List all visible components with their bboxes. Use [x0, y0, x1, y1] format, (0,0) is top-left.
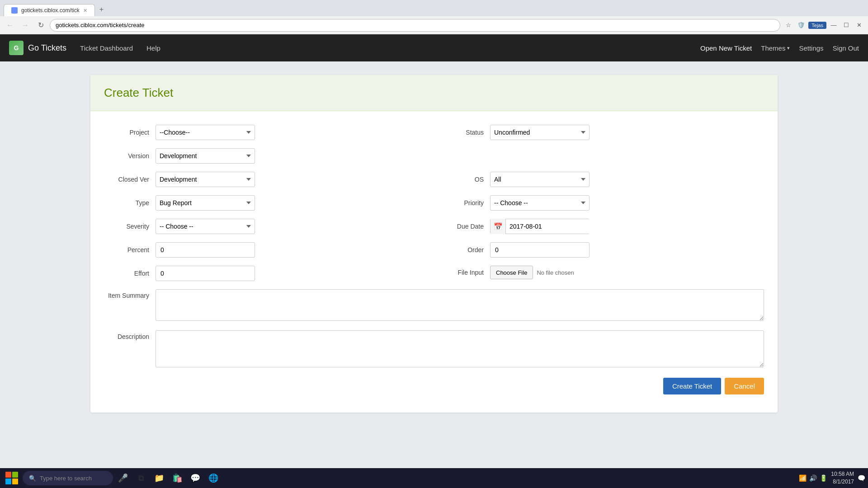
status-select[interactable]: Unconfirmed Confirmed Resolved Closed [490, 125, 590, 140]
taskbar-clock: 10:58 AM 8/1/2017 [831, 470, 854, 472]
store-icon[interactable]: 🛍️ [169, 470, 185, 472]
choose-file-button[interactable]: Choose File [490, 266, 533, 279]
project-field: Project --Choose-- [104, 125, 420, 140]
no-file-text: No file chosen [537, 269, 574, 276]
back-button[interactable]: ← [4, 19, 16, 32]
maximize-icon[interactable]: ☐ [841, 20, 852, 31]
address-bar[interactable] [50, 19, 780, 32]
order-label: Order [448, 246, 484, 253]
item-summary-textarea[interactable] [156, 289, 764, 321]
due-date-field: Due Date 📅 [448, 219, 764, 234]
form-actions: Create Ticket Cancel [104, 378, 764, 399]
description-label: Description [104, 330, 149, 340]
create-ticket-button[interactable]: Create Ticket [663, 378, 721, 394]
version-select[interactable]: Development 1.0 2.0 [156, 148, 255, 164]
cancel-button[interactable]: Cancel [725, 378, 764, 394]
nav-right: Open New Ticket Themes ▾ Settings Sign O… [700, 44, 859, 52]
order-field: Order [448, 242, 764, 258]
tab-bar: gotickets.ciblox.com/tick ✕ + [0, 0, 868, 16]
tab-close-btn[interactable]: ✕ [83, 8, 87, 14]
effort-input[interactable] [156, 266, 255, 281]
app-brand: G Go Tickets [9, 41, 66, 55]
refresh-button[interactable]: ↻ [34, 19, 47, 32]
taskbar-search-box[interactable]: 🔍 Type here to search [23, 471, 113, 472]
project-select[interactable]: --Choose-- [156, 125, 255, 140]
form-body: Project --Choose-- Status Unconfirmed Co… [90, 111, 778, 413]
form-row-version: Version Development 1.0 2.0 [104, 148, 764, 164]
closed-ver-field: Closed Ver Development 1.0 2.0 [104, 172, 420, 187]
percent-label: Percent [104, 246, 149, 253]
form-row-project-status: Project --Choose-- Status Unconfirmed Co… [104, 125, 764, 140]
severity-label: Severity [104, 223, 149, 230]
chrome-icon[interactable]: 🌐 [205, 470, 222, 472]
nav-themes[interactable]: Themes ▾ [761, 44, 790, 52]
priority-select[interactable]: -- Choose -- Low Medium High Critical [490, 195, 590, 211]
extensions-icon[interactable]: 🛡️ [796, 20, 807, 31]
order-input[interactable] [490, 242, 590, 258]
version-label: Version [104, 152, 149, 160]
microphone-icon[interactable]: 🎤 [115, 470, 131, 472]
percent-input[interactable] [156, 242, 255, 258]
nav-settings[interactable]: Settings [799, 44, 823, 52]
description-field: Description [104, 330, 764, 369]
calendar-icon: 📅 [491, 219, 506, 234]
description-textarea[interactable] [156, 330, 764, 367]
nav-help[interactable]: Help [146, 44, 160, 52]
tab-title: gotickets.ciblox.com/tick [21, 7, 80, 14]
date-field-wrapper: 📅 [490, 219, 590, 234]
form-row-percent-order: Percent Order [104, 242, 764, 258]
main-content: Create Ticket Project --Choose-- Status … [0, 61, 868, 472]
close-window-icon[interactable]: ✕ [854, 20, 864, 31]
nav-links: Ticket Dashboard Help [80, 44, 700, 52]
nav-open-new-ticket[interactable]: Open New Ticket [700, 44, 752, 52]
os-select[interactable]: All Windows Mac Linux [490, 172, 590, 187]
themes-dropdown-icon: ▾ [787, 45, 790, 51]
nav-sign-out[interactable]: Sign Out [833, 44, 859, 52]
priority-label: Priority [448, 199, 484, 206]
app-navbar: G Go Tickets Ticket Dashboard Help Open … [0, 34, 868, 61]
bookmark-icon[interactable]: ☆ [783, 20, 794, 31]
nav-ticket-dashboard[interactable]: Ticket Dashboard [80, 44, 133, 52]
type-field: Type Bug Report Feature Request Task [104, 195, 420, 211]
due-date-label: Due Date [448, 223, 484, 230]
browser-controls: ← → ↻ ☆ 🛡️ Tejas — ☐ ✕ [0, 16, 868, 34]
task-view-icon[interactable]: ⧉ [133, 470, 149, 472]
due-date-input[interactable] [506, 219, 592, 234]
file-input-field: File Input Choose File No file chosen [448, 266, 764, 279]
start-button[interactable] [3, 469, 21, 472]
form-row-closedver-os: Closed Ver Development 1.0 2.0 OS All Wi… [104, 172, 764, 187]
taskbar-right: 📶 🔊 🔋 10:58 AM 8/1/2017 🗨️ [799, 470, 865, 472]
effort-field: Effort [104, 266, 420, 281]
file-input-label: File Input [448, 269, 484, 276]
os-field: OS All Windows Mac Linux [448, 172, 764, 187]
form-container: Create Ticket Project --Choose-- Status … [90, 75, 778, 413]
priority-field: Priority -- Choose -- Low Medium High Cr… [448, 195, 764, 211]
item-summary-field: Item Summary [104, 289, 764, 322]
user-badge[interactable]: Tejas [808, 22, 826, 29]
file-explorer-icon[interactable]: 📁 [151, 470, 167, 472]
forward-button[interactable]: → [19, 19, 32, 32]
form-row-type-priority: Type Bug Report Feature Request Task Pri… [104, 195, 764, 211]
type-select[interactable]: Bug Report Feature Request Task [156, 195, 255, 211]
type-label: Type [104, 199, 149, 206]
brand-logo: G [9, 41, 24, 55]
item-summary-label: Item Summary [104, 289, 149, 299]
closed-ver-select[interactable]: Development 1.0 2.0 [156, 172, 255, 187]
severity-field: Severity -- Choose -- Minor Major Critic… [104, 219, 420, 234]
description-wrap [156, 330, 764, 369]
form-header: Create Ticket [90, 75, 778, 111]
file-input-wrap: Choose File No file chosen [490, 266, 574, 279]
form-title: Create Ticket [104, 86, 764, 100]
status-field: Status Unconfirmed Confirmed Resolved Cl… [448, 125, 764, 140]
taskbar: 🔍 Type here to search 🎤 ⧉ 📁 🛍️ 💬 🌐 📶 🔊 🔋… [0, 468, 868, 472]
severity-select[interactable]: -- Choose -- Minor Major Critical [156, 219, 255, 234]
version-field: Version Development 1.0 2.0 [104, 148, 420, 164]
minimize-icon[interactable]: — [828, 20, 839, 31]
taskbar-time: 10:58 AM [831, 470, 854, 472]
skype-icon[interactable]: 💬 [187, 470, 203, 472]
percent-field: Percent [104, 242, 420, 258]
new-tab-btn[interactable]: + [95, 3, 108, 16]
active-tab[interactable]: gotickets.ciblox.com/tick ✕ [4, 4, 95, 16]
closed-ver-label: Closed Ver [104, 176, 149, 183]
brand-name: Go Tickets [28, 43, 66, 53]
